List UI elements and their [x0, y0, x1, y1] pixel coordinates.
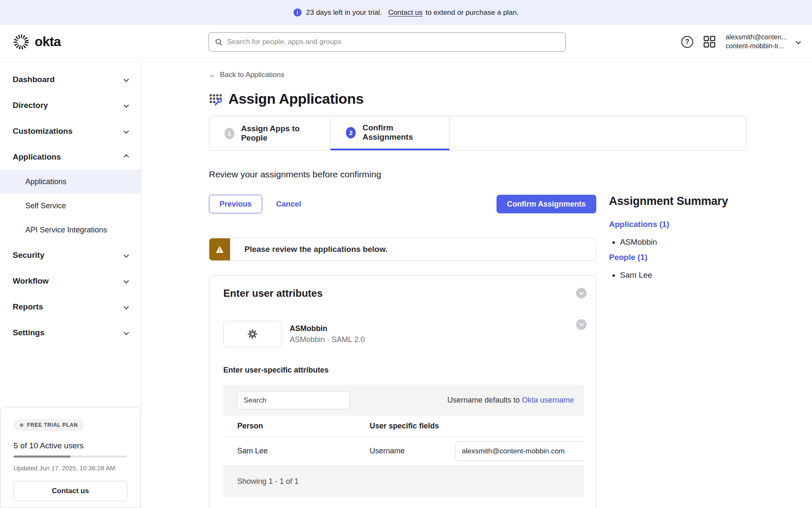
attributes-table-toolbar: Username defaults to Okta username [223, 385, 584, 416]
action-bar: Previous Cancel Confirm Assignments [209, 195, 596, 213]
sidebar-subitem-api-service-integrations[interactable]: API Service Integrations [0, 218, 141, 242]
account-email: alexsmith@conten... [726, 33, 787, 42]
active-users-progressbar [14, 456, 127, 458]
trial-banner: i 23 days left in your trial. Contact us… [0, 0, 812, 25]
back-to-applications-link[interactable]: ← Back to Applications [209, 71, 284, 79]
username-default-note: Username defaults to Okta username [447, 396, 574, 405]
app-launcher-icon[interactable] [702, 35, 716, 49]
summary-people-list: Sam Lee [620, 271, 749, 280]
trial-progress-fill [14, 456, 71, 458]
sidebar-item-security[interactable]: Security [0, 242, 141, 268]
pagination-summary: Showing 1 - 1 of 1 [237, 477, 299, 486]
column-person: Person [237, 422, 370, 431]
trial-banner-text-after: to extend or purchase a plan. [425, 8, 518, 17]
sidebar-item-dashboard[interactable]: Dashboard [0, 66, 141, 92]
user-specific-attributes-title: Enter user-specific attributes [223, 366, 583, 375]
sidebar-item-reports[interactable]: Reports [0, 294, 141, 320]
app-collapse-icon[interactable] [576, 319, 587, 330]
card-collapse-icon[interactable] [576, 288, 587, 298]
table-row: Sam Lee Username [223, 437, 584, 465]
active-users-text: 5 of 10 Active users [14, 441, 127, 450]
step-2-badge: 2 [346, 127, 356, 138]
review-note: Review your assignments before confirmin… [209, 169, 812, 179]
person-name: Sam Lee [237, 447, 370, 456]
okta-logo-icon [13, 33, 30, 50]
step-tabs: 1 Assign Apps to People 2 Confirm Assign… [209, 116, 746, 151]
main-content: ← Back to Applications [141, 59, 812, 508]
assign-applications-icon [209, 92, 223, 106]
tab-assign-apps-to-people[interactable]: 1 Assign Apps to People [209, 116, 330, 150]
sidebar-item-applications[interactable]: Applications [0, 144, 141, 170]
attributes-table-panel: Username defaults to Okta username Perso… [223, 385, 584, 497]
updated-timestamp: Updated Jun 17, 2025, 10:36:28 AM [14, 464, 127, 472]
sidebar-item-workflow[interactable]: Workflow [0, 268, 141, 294]
sidebar: Dashboard Directory Customizations Appli… [0, 59, 141, 508]
sidebar-item-customizations[interactable]: Customizations [0, 118, 141, 144]
card-title: Enter user attributes [223, 287, 583, 299]
warning-text: Please review the applications below. [244, 245, 387, 254]
contact-us-link[interactable]: Contact us [388, 8, 422, 17]
app-meta: ASMobbin · SAML 2.0 [290, 335, 365, 344]
global-search[interactable] [208, 32, 566, 52]
table-header-row: Person User specific fields [223, 416, 584, 437]
summary-title: Assignment Summary [609, 195, 749, 208]
app-logo-tile [223, 321, 282, 347]
chevron-down-icon [123, 128, 129, 134]
summary-applications-list: ASMobbin [620, 237, 749, 247]
sidebar-subitem-applications[interactable]: Applications [0, 170, 141, 194]
sidebar-item-settings[interactable]: Settings [0, 320, 141, 345]
help-icon[interactable]: ? [681, 36, 693, 48]
chevron-down-icon [123, 330, 129, 335]
account-chevron-down-icon[interactable] [796, 39, 801, 44]
okta-admin-console: i 23 days left in your trial. Contact us… [0, 0, 812, 508]
tab-confirm-assignments[interactable]: 2 Confirm Assignments [330, 116, 450, 150]
assignment-summary: Assignment Summary Applications (1) ASMo… [609, 195, 749, 508]
username-input[interactable] [455, 441, 584, 461]
brand-name: okta [35, 34, 61, 50]
sidebar-subitem-self-service[interactable]: Self Service [0, 194, 141, 218]
attributes-search-input[interactable] [237, 391, 350, 409]
gear-icon [247, 328, 258, 340]
chevron-down-icon [123, 304, 129, 309]
search-icon [215, 38, 223, 46]
trial-plan-panel: FREE TRIAL PLAN 5 of 10 Active users Upd… [0, 407, 140, 508]
summary-applications-link[interactable]: Applications (1) [609, 220, 749, 229]
username-field-label: Username [370, 447, 455, 456]
okta-username-link[interactable]: Okta username [522, 396, 574, 404]
okta-brand[interactable]: okta [0, 33, 61, 50]
back-arrow-icon: ← [209, 71, 216, 79]
chevron-up-icon [123, 154, 129, 160]
account-menu[interactable]: alexsmith@conten... content-mobbin-tr... [726, 33, 787, 51]
global-search-input[interactable] [227, 38, 560, 46]
summary-people-link[interactable]: People (1) [609, 253, 749, 262]
table-footer: Showing 1 - 1 of 1 [223, 465, 584, 497]
app-row: ASMobbin ASMobbin · SAML 2.0 [223, 321, 583, 347]
sidebar-nav: Dashboard Directory Customizations Appli… [0, 59, 141, 345]
warning-banner: Please review the applications below. [209, 238, 596, 261]
top-header: okta ? alexsmith@conten... content-m [0, 25, 812, 59]
chevron-down-icon [123, 252, 129, 258]
chevron-down-icon [123, 278, 129, 284]
header-right-group: ? alexsmith@conten... content-mobbin-tr.… [681, 25, 800, 58]
app-info: ASMobbin ASMobbin · SAML 2.0 [290, 324, 365, 344]
summary-person-item: Sam Lee [620, 271, 749, 280]
plan-badge: FREE TRIAL PLAN [14, 419, 84, 431]
sidebar-item-directory[interactable]: Directory [0, 92, 141, 118]
info-icon: i [294, 8, 302, 17]
previous-button[interactable]: Previous [209, 195, 262, 213]
app-name: ASMobbin [290, 324, 365, 333]
page-title: Assign Applications [209, 91, 812, 107]
confirm-assignments-button[interactable]: Confirm Assignments [497, 195, 596, 213]
warning-icon [209, 238, 230, 260]
user-attributes-card: Enter user attributes [209, 275, 596, 508]
trial-banner-text: 23 days left in your trial. [306, 8, 382, 17]
cancel-link[interactable]: Cancel [276, 200, 301, 209]
step-1-badge: 1 [225, 128, 234, 139]
summary-application-item: ASMobbin [620, 237, 749, 247]
plan-badge-dot-icon [20, 423, 23, 427]
chevron-down-icon [123, 77, 129, 82]
column-user-specific-fields: User specific fields [370, 422, 584, 431]
account-org: content-mobbin-tr... [726, 42, 787, 51]
chevron-down-icon [123, 102, 129, 108]
contact-us-button[interactable]: Contact us [14, 481, 127, 501]
